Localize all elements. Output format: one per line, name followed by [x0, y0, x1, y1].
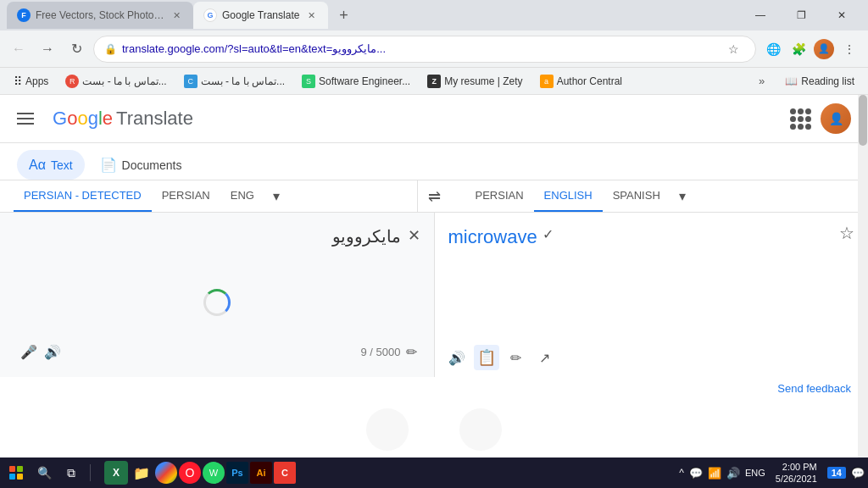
taskbar-notification[interactable]: 💬 — [851, 467, 865, 480]
google-apps-button[interactable] — [790, 108, 810, 129]
bookmark-star-button[interactable]: ☆ — [721, 37, 745, 61]
grid-dot — [805, 108, 811, 114]
taskbar-lang: ENG — [745, 468, 765, 478]
english-target-lang[interactable]: ENGLISH — [534, 180, 603, 212]
start-button[interactable] — [3, 460, 29, 485]
tab-freepik-close[interactable]: ✕ — [170, 8, 183, 22]
target-lang-dropdown[interactable]: ▾ — [670, 185, 694, 208]
text-mode-tab[interactable]: Aα Text — [17, 150, 85, 180]
spanish-target-lang[interactable]: SPANISH — [603, 180, 670, 212]
copy-translation-button[interactable]: 📋 — [474, 345, 499, 370]
scrollbar-thumb[interactable] — [859, 95, 867, 146]
bottom-circle-1 — [366, 408, 409, 451]
menu-button[interactable]: ⋮ — [837, 37, 861, 61]
taskbar-badge: 14 — [827, 467, 846, 479]
tab-google-translate[interactable]: G Google Translate ✕ — [193, 2, 328, 29]
persian-detected-lang[interactable]: PERSIAN - DETECTED — [14, 180, 152, 212]
taskbar-right: ^ 💬 📶 🔊 ENG 2:00 PM 5/26/2021 14 💬 — [679, 461, 865, 485]
page-content: Google Translate — [0, 95, 868, 458]
search-taskbar-button[interactable]: 🔍 — [32, 461, 56, 485]
back-button[interactable]: ← — [7, 37, 31, 61]
verified-icon: ✓ — [542, 226, 554, 242]
taskbar-left: 🔍 ⧉ X 📁 O W Ps Ai C — [3, 460, 296, 485]
text-tab-icon: Aα — [29, 158, 46, 173]
bookmark-author-central[interactable]: a Author Central — [533, 73, 629, 90]
bookmark-zety[interactable]: Z My resume | Zety — [420, 73, 529, 90]
edit-translation-button[interactable]: ✏ — [504, 346, 528, 369]
translated-text: microwave — [448, 226, 537, 248]
browser-top-bar: F Free Vectors, Stock Photos & PSD... ✕ … — [0, 0, 868, 30]
bookmark-software[interactable]: S Software Engineer... — [295, 73, 417, 90]
microphone-button[interactable]: 🎤 — [17, 340, 41, 363]
taskbar: 🔍 ⧉ X 📁 O W Ps Ai C ^ 💬 📶 🔊 ENG 2:00 PM … — [0, 458, 868, 488]
edit-icon[interactable]: ✏ — [406, 344, 417, 360]
taskbar-chat-icon: 💬 — [689, 467, 703, 480]
source-text-input[interactable]: مایکروویو — [14, 226, 401, 265]
maximize-button[interactable]: ❐ — [782, 2, 821, 29]
translate-icon[interactable]: 🌐 — [761, 37, 785, 61]
google-translate-logo: Google Translate — [53, 108, 193, 130]
reading-list-icon: 📖 — [785, 75, 798, 87]
profile-button[interactable]: 👤 — [812, 37, 836, 61]
taskbar-illustrator[interactable]: Ai — [250, 462, 272, 484]
grid-dot — [805, 124, 811, 130]
target-language-bar: PERSIAN ENGLISH SPANISH ▾ — [452, 180, 869, 212]
send-feedback-link[interactable]: Send feedback — [0, 377, 868, 400]
address-actions: 🌐 🧩 👤 ⋮ — [761, 37, 861, 61]
grid-dot — [790, 108, 796, 114]
reading-list-button[interactable]: 📖 Reading list — [778, 74, 861, 89]
source-language-bar: PERSIAN - DETECTED PERSIAN ENG ▾ — [0, 180, 418, 212]
taskbar-divider-1 — [90, 464, 91, 481]
address-bar: ← → ↻ 🔒 translate.google.com/?sl=auto&tl… — [0, 30, 868, 68]
page-scrollbar[interactable] — [858, 95, 868, 458]
share-translation-button[interactable]: ↗ — [533, 346, 557, 369]
source-lang-dropdown[interactable]: ▾ — [264, 185, 288, 208]
taskbar-date-value: 5/26/2021 — [776, 473, 817, 485]
windows-logo — [9, 466, 23, 480]
taskbar-chevron[interactable]: ^ — [679, 467, 684, 479]
hamburger-menu-button[interactable] — [17, 106, 42, 131]
documents-mode-tab[interactable]: 📄 Documents — [88, 150, 194, 180]
input-speaker-button[interactable]: 🔊 — [41, 340, 64, 363]
output-speaker-button[interactable]: 🔊 — [445, 346, 469, 369]
taskbar-chrome[interactable] — [155, 462, 177, 484]
bookmark-author-central-label: Author Central — [557, 75, 622, 87]
bookmark-royan[interactable]: R تماس با ما - بست... — [58, 73, 173, 90]
profile-avatar: 👤 — [814, 39, 834, 59]
taskbar-network-icon: 📶 — [708, 467, 721, 480]
user-avatar[interactable]: 👤 — [821, 103, 851, 134]
reload-button[interactable]: ↻ — [64, 37, 88, 61]
taskbar-whatsapp[interactable]: W — [203, 462, 225, 484]
swap-languages-button[interactable]: ⇌ — [418, 187, 452, 206]
persian-source-lang[interactable]: PERSIAN — [152, 180, 220, 212]
taskbar-volume-icon: 🔊 — [726, 467, 740, 480]
taskbar-opera[interactable]: O — [179, 462, 201, 484]
grid-dot — [790, 124, 796, 130]
royan-favicon: R — [65, 75, 79, 88]
browser-window: F Free Vectors, Stock Photos & PSD... ✕ … — [0, 0, 868, 458]
bookmark-contact[interactable]: C تماس با ما - بست... — [177, 73, 292, 90]
new-tab-button[interactable]: + — [331, 3, 355, 27]
address-input[interactable]: 🔒 translate.google.com/?sl=auto&tl=en&te… — [93, 36, 756, 63]
bookmarks-more-button[interactable]: » — [752, 73, 771, 89]
taskbar-files[interactable]: 📁 — [130, 461, 153, 485]
mode-tabs: Aα Text 📄 Documents — [0, 143, 868, 180]
extensions-button[interactable]: 🧩 — [787, 37, 810, 61]
forward-button[interactable]: → — [36, 37, 59, 61]
english-source-lang[interactable]: ENG — [220, 180, 264, 212]
taskbar-time-value: 2:00 PM — [776, 461, 817, 473]
close-button[interactable]: ✕ — [822, 2, 861, 29]
bookmark-apps[interactable]: ⠿ Apps — [7, 73, 55, 90]
grid-dot — [798, 116, 804, 122]
clear-input-button[interactable]: ✕ — [408, 226, 420, 245]
taskbar-camtasia[interactable]: C — [274, 462, 296, 484]
persian-target-lang[interactable]: PERSIAN — [465, 180, 534, 212]
taskbar-excel[interactable]: X — [104, 461, 128, 485]
tab-google-translate-close[interactable]: ✕ — [304, 8, 318, 22]
tab-freepik-title: Free Vectors, Stock Photos & PSD... — [36, 9, 164, 21]
tab-freepik[interactable]: F Free Vectors, Stock Photos & PSD... ✕ — [7, 2, 193, 29]
save-translation-button[interactable]: ☆ — [839, 223, 854, 243]
task-view-button[interactable]: ⧉ — [59, 461, 83, 485]
taskbar-photoshop[interactable]: Ps — [226, 462, 248, 484]
minimize-button[interactable]: — — [741, 2, 780, 29]
